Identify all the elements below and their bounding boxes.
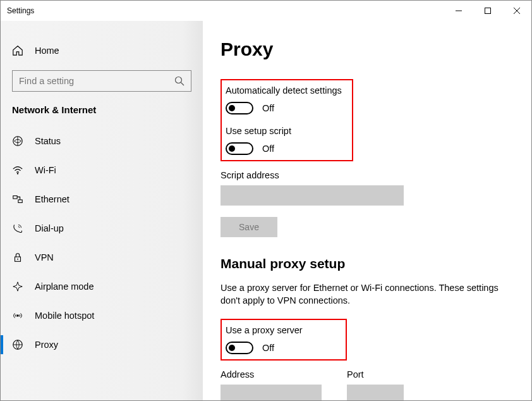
- svg-point-4: [176, 77, 182, 83]
- highlight-auto-setup: Automatically detect settings Off Use se…: [221, 79, 353, 161]
- minimize-icon: [456, 8, 462, 14]
- maximize-icon: [485, 8, 491, 14]
- port-label: Port: [347, 369, 404, 379]
- script-address-label: Script address: [221, 170, 516, 180]
- sidebar-item-label: Wi-Fi: [35, 165, 56, 175]
- svg-point-7: [17, 173, 18, 174]
- search-icon: [174, 76, 184, 86]
- dialup-icon: [12, 223, 23, 234]
- sidebar-item-status[interactable]: Status: [1, 126, 203, 156]
- sidebar-item-hotspot[interactable]: Mobile hotspot: [1, 301, 203, 330]
- svg-rect-8: [13, 196, 17, 199]
- wifi-icon: [12, 164, 23, 176]
- svg-line-5: [181, 83, 184, 86]
- svg-point-11: [17, 259, 18, 260]
- use-proxy-state: Off: [262, 343, 274, 353]
- svg-rect-1: [485, 8, 491, 14]
- sidebar-item-label: Dial-up: [35, 223, 64, 233]
- maximize-button[interactable]: [473, 1, 502, 21]
- sidebar-item-vpn[interactable]: VPN: [1, 243, 203, 272]
- sidebar-item-proxy[interactable]: Proxy: [1, 330, 203, 359]
- window-title: Settings: [7, 6, 34, 15]
- titlebar: Settings: [1, 1, 531, 21]
- auto-detect-toggle[interactable]: [226, 102, 253, 114]
- use-proxy-label: Use a proxy server: [226, 325, 342, 335]
- sidebar-item-label: Mobile hotspot: [35, 311, 94, 321]
- sidebar-item-airplane[interactable]: Airplane mode: [1, 272, 203, 301]
- highlight-manual-proxy: Use a proxy server Off: [221, 319, 347, 361]
- ethernet-icon: [12, 194, 23, 205]
- sidebar-item-label: VPN: [35, 252, 54, 262]
- hotspot-icon: [12, 310, 23, 321]
- svg-point-12: [16, 314, 19, 317]
- airplane-icon: [12, 281, 23, 292]
- sidebar: Home Network & Internet Status Wi-Fi Eth…: [1, 21, 203, 400]
- auto-detect-state: Off: [262, 103, 274, 113]
- close-icon: [514, 8, 520, 14]
- manual-setup-desc: Use a proxy server for Ethernet or Wi-Fi…: [221, 281, 499, 307]
- address-label: Address: [221, 369, 322, 379]
- setup-script-toggle[interactable]: [226, 142, 253, 155]
- home-label: Home: [35, 46, 59, 56]
- sidebar-item-wifi[interactable]: Wi-Fi: [1, 156, 203, 185]
- category-header: Network & Internet: [1, 104, 203, 126]
- page-title: Proxy: [221, 39, 516, 60]
- sidebar-item-ethernet[interactable]: Ethernet: [1, 185, 203, 214]
- sidebar-item-dialup[interactable]: Dial-up: [1, 214, 203, 243]
- auto-detect-label: Automatically detect settings: [226, 85, 348, 96]
- svg-rect-9: [18, 200, 22, 203]
- main-content: Proxy Automatically detect settings Off …: [203, 21, 531, 400]
- script-address-input[interactable]: [221, 185, 404, 206]
- setup-script-state: Off: [262, 144, 274, 154]
- nav-list: Status Wi-Fi Ethernet Dial-up VPN Airpla: [1, 126, 203, 359]
- sidebar-item-label: Status: [35, 136, 61, 146]
- vpn-icon: [12, 252, 23, 263]
- sidebar-item-label: Proxy: [35, 340, 58, 350]
- search-box[interactable]: [12, 70, 191, 92]
- sidebar-item-label: Ethernet: [35, 194, 70, 204]
- status-icon: [12, 135, 23, 147]
- address-input[interactable]: [221, 385, 322, 400]
- home-icon: [12, 45, 23, 56]
- close-button[interactable]: [502, 1, 531, 21]
- sidebar-item-label: Airplane mode: [35, 281, 94, 292]
- save-button[interactable]: Save: [221, 217, 277, 237]
- minimize-button[interactable]: [444, 1, 473, 21]
- port-input[interactable]: [347, 385, 404, 400]
- manual-setup-header: Manual proxy setup: [221, 256, 516, 271]
- home-nav[interactable]: Home: [1, 40, 203, 61]
- search-input[interactable]: [19, 76, 174, 86]
- proxy-icon: [12, 339, 23, 350]
- setup-script-label: Use setup script: [226, 126, 348, 136]
- use-proxy-toggle[interactable]: [226, 342, 253, 354]
